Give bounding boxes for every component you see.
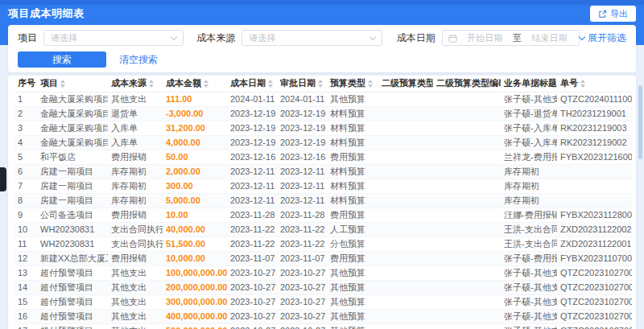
cell: 房建一期项目 bbox=[37, 164, 108, 179]
cell: 2 bbox=[14, 106, 37, 121]
side-drawer-handle[interactable] bbox=[0, 167, 6, 191]
export-button[interactable]: 导出 bbox=[590, 6, 636, 22]
table-row: 8房建一期项目库存期初5,000.002023-12-112023-12-11材… bbox=[14, 193, 632, 208]
cost-source-select[interactable]: 请选择 bbox=[242, 30, 382, 46]
amount-cell: 10.00 bbox=[163, 208, 227, 222]
cell: FYBX20231128001 bbox=[557, 208, 632, 222]
clear-search-link[interactable]: 清空搜索 bbox=[119, 53, 158, 67]
cell: 其他支出 bbox=[108, 323, 163, 329]
cell: 材料预算 bbox=[327, 106, 378, 121]
cell: 2023-11-28 bbox=[227, 208, 277, 222]
cell: QTZC20231027002 bbox=[557, 280, 632, 294]
cell bbox=[378, 135, 433, 150]
cell: FYBX20231107001 bbox=[557, 251, 632, 265]
cell: QTZC20231027002 bbox=[557, 294, 632, 309]
cell: 材料预算 bbox=[327, 135, 378, 150]
column-header-4[interactable]: 成本日期 bbox=[227, 76, 277, 92]
cell: 2023-10-27 bbox=[277, 280, 327, 294]
sort-icon[interactable] bbox=[268, 80, 273, 88]
expand-filters-label: 展开筛选 bbox=[588, 31, 626, 45]
cell: 16 bbox=[14, 309, 37, 323]
filter-actions: 搜索 清空搜索 bbox=[18, 51, 626, 68]
cell: 超付预警项目 bbox=[37, 265, 108, 280]
cell: ZXD20231122001 bbox=[557, 236, 632, 251]
cell bbox=[378, 222, 433, 236]
amount-cell: 31,200.00 bbox=[163, 121, 227, 135]
cell: 张子硕-退货单 bbox=[501, 106, 557, 121]
calendar-icon bbox=[448, 34, 457, 43]
cell bbox=[378, 294, 433, 309]
amount-cell: 2,000.00 bbox=[163, 164, 227, 179]
cost-source-filter-label: 成本来源 bbox=[196, 31, 235, 45]
cell: 张子硕-其他支出 bbox=[501, 323, 557, 329]
cell: 费用报销 bbox=[108, 251, 163, 265]
cell bbox=[378, 309, 433, 323]
cell: 11 bbox=[14, 236, 37, 251]
cell bbox=[378, 251, 433, 265]
cell: 张子硕-其他支出 bbox=[501, 265, 557, 280]
cell: 库存期初 bbox=[501, 193, 557, 208]
cell: 7 bbox=[14, 179, 37, 193]
cell: 和平饭店 bbox=[37, 150, 108, 164]
table-row: 9公司备选项目费用报销10.002023-11-282023-11-28费用预算… bbox=[14, 208, 632, 222]
column-header-label: 审批日期 bbox=[280, 78, 316, 88]
column-header-6[interactable]: 预算类型 bbox=[327, 76, 378, 92]
sort-icon[interactable] bbox=[318, 80, 323, 88]
column-header-8[interactable]: 二级预算类型编码 bbox=[433, 76, 501, 92]
column-header-label: 预算类型 bbox=[330, 78, 365, 88]
column-header-2[interactable]: 成本来源 bbox=[108, 76, 163, 92]
cell: 超付预警项目 bbox=[37, 323, 108, 329]
cell: 2023-10-27 bbox=[227, 265, 277, 280]
cell bbox=[433, 309, 501, 323]
cell: 2023-10-27 bbox=[277, 294, 327, 309]
search-button[interactable]: 搜索 bbox=[18, 51, 106, 68]
cell: 2023-11-22 bbox=[277, 236, 327, 251]
column-header-10[interactable]: 单号 bbox=[557, 76, 632, 92]
expand-filters-link[interactable]: 展开筛选 bbox=[580, 31, 626, 45]
column-header-0: 序号 bbox=[14, 76, 37, 92]
column-header-3[interactable]: 成本金额 bbox=[163, 76, 227, 92]
sort-icon[interactable] bbox=[149, 80, 154, 88]
cell: 2023-11-22 bbox=[277, 222, 327, 236]
column-header-5[interactable]: 审批日期 bbox=[277, 76, 327, 92]
column-header-7[interactable]: 二级预算类型 bbox=[378, 76, 433, 92]
cell: WH20230831 bbox=[37, 236, 108, 251]
amount-cell: 200,000,000.00 bbox=[163, 280, 227, 294]
cell: 张子硕-其他支出 bbox=[501, 92, 557, 106]
column-header-label: 二级预算类型 bbox=[382, 78, 433, 88]
cell: 超付预警项目 bbox=[37, 309, 108, 323]
cell: 退货单 bbox=[108, 106, 163, 121]
cell: 材料预算 bbox=[327, 179, 378, 193]
amount-cell: 4,000.00 bbox=[163, 135, 227, 150]
cell bbox=[378, 265, 433, 280]
vertical-scrollbar-thumb[interactable] bbox=[638, 85, 642, 159]
sort-icon[interactable] bbox=[368, 80, 373, 88]
sort-icon[interactable] bbox=[204, 80, 208, 88]
amount-cell: 51,500.00 bbox=[163, 236, 227, 251]
cell: 2023-10-27 bbox=[277, 265, 327, 280]
cell: 张子硕-费用报销 bbox=[501, 251, 557, 265]
cell: QTZC20231027002 bbox=[557, 323, 632, 329]
cell: ZXD20231122002 bbox=[557, 222, 632, 236]
cell: 2023-12-19 bbox=[227, 135, 277, 150]
project-select[interactable]: 请选择 bbox=[43, 30, 184, 46]
column-header-9[interactable]: 业务单据标题 bbox=[501, 76, 557, 92]
cell: 10 bbox=[14, 222, 37, 236]
sort-icon[interactable] bbox=[580, 80, 585, 88]
cell: 2023-12-19 bbox=[277, 106, 327, 121]
cost-date-range-picker[interactable]: 开始日期 至 结束日期 bbox=[442, 30, 580, 46]
cell: 其他预算 bbox=[327, 309, 378, 323]
cell: 2023-11-07 bbox=[277, 251, 327, 265]
cell bbox=[557, 164, 632, 179]
start-date-placeholder: 开始日期 bbox=[461, 32, 509, 44]
cell: 2023-10-27 bbox=[277, 309, 327, 323]
cell: 2023-12-19 bbox=[227, 106, 277, 121]
column-header-1[interactable]: 项目 bbox=[37, 76, 108, 92]
cell: 其他支出 bbox=[108, 265, 163, 280]
table-row: 7房建一期项目库存期初300.002023-12-112023-12-11材料预… bbox=[14, 179, 632, 193]
cell: 金融大厦采购项目 bbox=[37, 92, 108, 106]
amount-cell: 300.00 bbox=[163, 179, 227, 193]
sort-icon[interactable] bbox=[60, 80, 65, 88]
cost-date-filter-label: 成本日期 bbox=[397, 31, 436, 45]
cell: 2023-12-11 bbox=[227, 179, 277, 193]
